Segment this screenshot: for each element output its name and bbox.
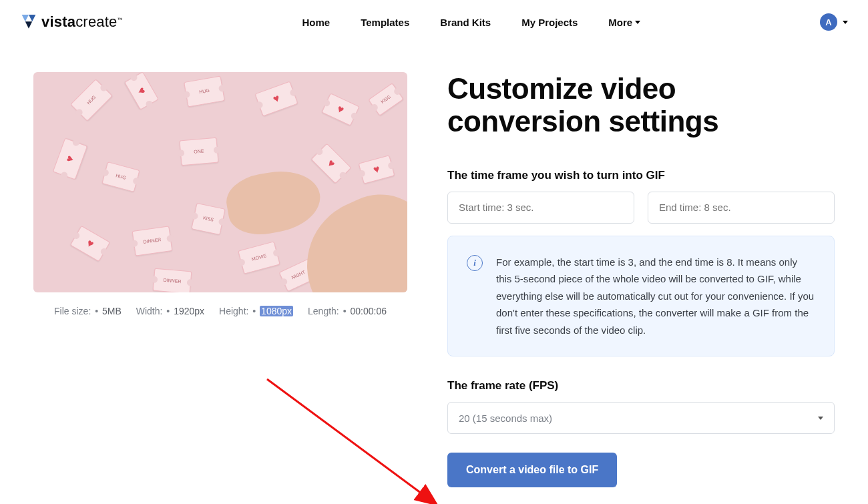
convert-button[interactable]: Convert a video file to GIF xyxy=(447,453,617,487)
info-box: i For example, the start time is 3, and … xyxy=(447,236,835,357)
main-content: HUG ♥ HUG ♥ ♥ KISS ♥ HUG ONE ♥ ♥ DINNER … xyxy=(0,39,868,504)
page-title: Customize video conversion settings xyxy=(447,72,835,138)
video-preview-column: HUG ♥ HUG ♥ ♥ KISS ♥ HUG ONE ♥ ♥ DINNER … xyxy=(33,72,407,487)
header: vistacreate™ Home Templates Brand Kits M… xyxy=(0,0,868,39)
svg-marker-2 xyxy=(25,21,32,28)
length: Length: • 00:00:06 xyxy=(308,306,387,316)
account-menu[interactable]: A xyxy=(820,13,848,31)
info-icon: i xyxy=(467,255,483,271)
brand-logo[interactable]: vistacreate™ xyxy=(20,12,123,32)
fps-label: The frame rate (FPS) xyxy=(447,379,835,393)
nav-more-label: More xyxy=(608,17,632,28)
brand-name: vistacreate™ xyxy=(41,13,123,31)
chevron-down-icon xyxy=(818,417,823,420)
nav-home[interactable]: Home xyxy=(302,17,331,28)
fps-select[interactable]: 20 (15 seconds max) xyxy=(447,402,835,434)
filesize: File size: • 5MB xyxy=(54,306,122,316)
timeframe-row xyxy=(447,192,835,224)
info-text: For example, the start time is 3, and th… xyxy=(496,254,815,339)
start-time-input[interactable] xyxy=(447,192,634,224)
main-nav: Home Templates Brand Kits My Projects Mo… xyxy=(123,17,820,28)
svg-marker-1 xyxy=(29,15,35,21)
timeframe-label: The time frame you wish to turn into GIF xyxy=(447,169,835,182)
chevron-down-icon xyxy=(635,21,640,24)
fps-selected-value: 20 (15 seconds max) xyxy=(459,413,552,424)
nav-templates[interactable]: Templates xyxy=(361,17,409,28)
nav-brand-kits[interactable]: Brand Kits xyxy=(440,17,491,28)
chevron-down-icon xyxy=(843,21,848,24)
avatar: A xyxy=(820,13,837,31)
end-time-input[interactable] xyxy=(648,192,835,224)
logo-icon xyxy=(20,12,37,32)
nav-more[interactable]: More xyxy=(608,17,640,28)
width: Width: • 1920px xyxy=(136,306,204,316)
svg-marker-0 xyxy=(22,15,29,21)
settings-column: Customize video conversion settings The … xyxy=(447,72,835,487)
video-metadata: File size: • 5MB Width: • 1920px Height:… xyxy=(33,292,407,316)
height: Height: • 1080px xyxy=(219,306,293,316)
video-preview[interactable]: HUG ♥ HUG ♥ ♥ KISS ♥ HUG ONE ♥ ♥ DINNER … xyxy=(33,72,407,292)
nav-my-projects[interactable]: My Projects xyxy=(521,17,578,28)
